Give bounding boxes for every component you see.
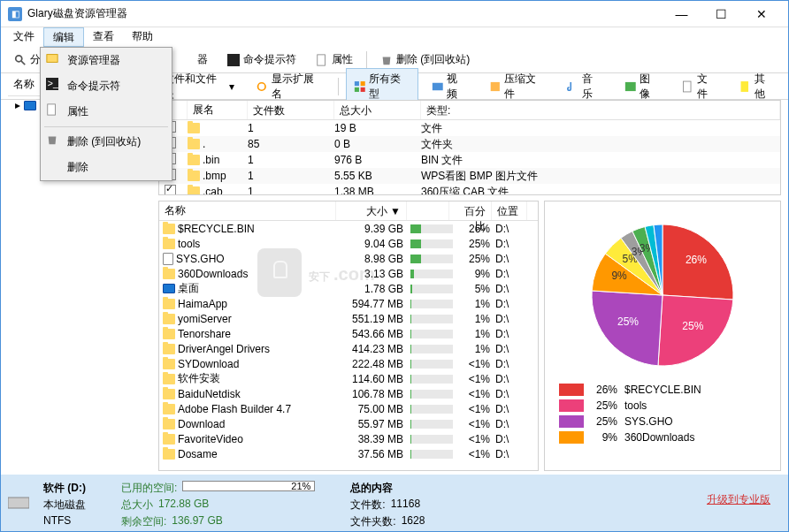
maximize-button[interactable]: ☐ [701, 2, 741, 27]
legend-swatch [559, 431, 584, 444]
disk-icon [8, 495, 29, 511]
svg-rect-6 [227, 54, 240, 66]
col-ext[interactable]: 展名 [188, 101, 248, 119]
legend-swatch [559, 399, 584, 412]
svg-text:25%: 25% [682, 320, 703, 332]
col-loc[interactable]: 位置 [492, 201, 527, 220]
col-count[interactable]: 文件数 [248, 101, 334, 119]
titlebar: ◧ Glary磁盘资源管理器 — ☐ ✕ [1, 1, 788, 27]
folder-icon [163, 224, 175, 234]
menu-view[interactable]: 查看 [84, 27, 123, 47]
legend-row[interactable]: 9%360Downloads [552, 429, 773, 445]
ext-icon [188, 155, 200, 165]
minimize-button[interactable]: — [662, 2, 701, 27]
file-icon [163, 253, 173, 265]
folder-row[interactable]: Dosame 37.56 MB <1%D:\ [159, 446, 538, 461]
ext-row[interactable]: . 850 B文件夹 [159, 136, 780, 152]
statusbar: 软件 (D:) 本地磁盘 NTFS 已用的空间:21% 总大小172.88 GB… [1, 475, 788, 531]
ext-row[interactable]: .bin 1976 BBIN 文件 [159, 152, 780, 168]
folder-row[interactable]: 桌面 1.78 GB 5%D:\ [159, 281, 538, 296]
svg-rect-25 [8, 498, 29, 508]
folder-count: 1628 [402, 514, 425, 529]
dropdown-delete[interactable]: 删除 [41, 155, 172, 180]
menu-file[interactable]: 文件 [4, 27, 43, 47]
filesystem: NTFS [43, 514, 71, 527]
svg-rect-11 [355, 87, 359, 91]
ext-row[interactable]: .bmp 15.55 KBWPS看图 BMP 图片文件 [159, 168, 780, 184]
folder-row[interactable]: yomiServer 551.19 MB 1%D:\ [159, 311, 538, 326]
ext-icon [188, 123, 200, 133]
col-pct[interactable]: 百分比 [449, 201, 492, 220]
dropdown-cmd[interactable]: >_命令提示符 [41, 73, 172, 99]
ext-row[interactable]: .cab 11.38 MB360压缩 CAB 文件 [159, 184, 780, 195]
svg-text:9%: 9% [611, 270, 627, 282]
dropdown-explorer[interactable]: 资源管理器 [41, 48, 172, 73]
folder-row[interactable]: 360Downloads 3.13 GB 9%D:\ [159, 266, 538, 281]
ext-icon [188, 139, 200, 149]
document-icon [316, 54, 328, 66]
col-size[interactable]: 总大小 [334, 101, 421, 119]
drive-type: 本地磁盘 [43, 498, 86, 513]
folder-row[interactable]: SYDownload 222.48 MB <1%D:\ [159, 356, 538, 371]
folder-icon [163, 299, 175, 309]
svg-rect-12 [360, 87, 364, 91]
legend-row[interactable]: 25%SYS.GHO [552, 414, 773, 429]
col-type[interactable]: 类型: [421, 101, 780, 119]
menu-edit[interactable]: 编辑 [43, 27, 84, 47]
folder-icon [163, 269, 175, 279]
folder-icon [163, 404, 175, 414]
doc-icon [681, 80, 693, 93]
free-space: 136.97 GB [172, 514, 222, 529]
folder-icon [163, 344, 175, 354]
image-icon [624, 80, 637, 93]
folder-icon [163, 389, 175, 399]
svg-text:25%: 25% [617, 315, 639, 328]
svg-rect-9 [355, 81, 359, 86]
svg-rect-15 [624, 81, 635, 90]
svg-rect-0 [47, 55, 57, 63]
pie-chart: 26%25%25%9%5%3%3% [574, 216, 751, 375]
desktop-icon [163, 284, 175, 293]
music-icon [567, 80, 579, 93]
legend: 26%$RECYCLE.BIN25%tools25%SYS.GHO9%360Do… [552, 382, 773, 445]
folder-icon [163, 419, 175, 429]
svg-rect-10 [360, 81, 364, 86]
legend-swatch [559, 415, 584, 428]
ext-row[interactable]: 119 B文件 [159, 120, 780, 136]
dropdown-delete-recycle[interactable]: 删除 (到回收站) [41, 129, 172, 155]
svg-rect-17 [741, 81, 748, 92]
archive-icon [489, 80, 502, 93]
ext-icon [188, 186, 200, 195]
upgrade-link[interactable]: 升级到专业版 [707, 492, 770, 507]
folder-row[interactable]: tools 9.04 GB 25%D:\ [159, 236, 538, 251]
svg-rect-3 [48, 104, 56, 115]
drive-name: 软件 (D:) [43, 481, 86, 496]
folder-row[interactable]: BaiduNetdisk 106.78 MB <1%D:\ [159, 386, 538, 401]
close-button[interactable]: ✕ [741, 2, 781, 27]
dropdown-separator [44, 126, 168, 127]
window-title: Glary磁盘资源管理器 [27, 6, 662, 21]
edit-dropdown: 资源管理器 >_命令提示符 属性 删除 (到回收站) 删除 [40, 47, 172, 181]
legend-row[interactable]: 26%$RECYCLE.BIN [552, 382, 773, 398]
menu-help[interactable]: 帮助 [123, 27, 162, 47]
folder-row[interactable]: Tenorshare 543.66 MB 1%D:\ [159, 326, 538, 341]
svg-text:26%: 26% [686, 254, 707, 266]
col-fsize[interactable]: 大小 ▼ [336, 201, 407, 220]
other-icon [739, 80, 751, 93]
folder-row[interactable]: DriverAngel Drivers 414.23 MB 1%D:\ [159, 341, 538, 356]
folder-row[interactable]: SYS.GHO 8.98 GB 25%D:\ [159, 251, 538, 266]
folder-row[interactable]: FavoriteVideo 38.39 MB <1%D:\ [159, 431, 538, 446]
dropdown-props[interactable]: 属性 [41, 99, 172, 125]
svg-point-8 [257, 82, 264, 89]
folder-row[interactable]: $RECYCLE.BIN 9.39 GB 26%D:\ [159, 221, 538, 236]
folder-row[interactable]: 软件安装 114.60 MB <1%D:\ [159, 371, 538, 386]
folder-grid: 名称 大小 ▼ 百分比 位置 $RECYCLE.BIN 9.39 GB 26%D… [158, 201, 539, 471]
checkbox[interactable] [165, 185, 176, 195]
used-progress: 21% [182, 481, 315, 491]
folder-row[interactable]: HaimaApp 594.77 MB 1%D:\ [159, 296, 538, 311]
folder-row[interactable]: Adobe Flash Builder 4.7 75.00 MB <1%D:\ [159, 401, 538, 416]
legend-row[interactable]: 25%tools [552, 398, 773, 414]
menubar: 文件 编辑 查看 帮助 [1, 27, 788, 47]
folder-row[interactable]: Download 55.97 MB <1%D:\ [159, 416, 538, 431]
col-name[interactable]: 名称 [159, 201, 336, 220]
